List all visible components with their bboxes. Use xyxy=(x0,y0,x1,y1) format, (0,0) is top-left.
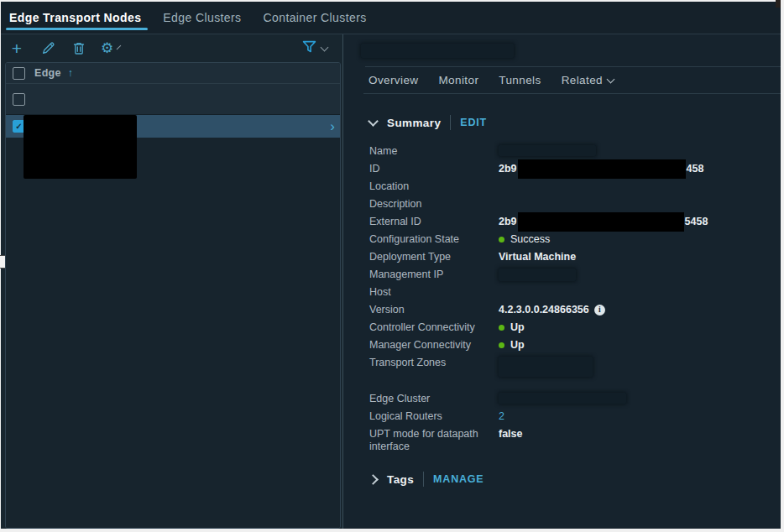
tab-related[interactable]: Related xyxy=(562,74,614,86)
tab-monitor[interactable]: Monitor xyxy=(438,74,478,86)
select-all-checkbox[interactable] xyxy=(13,67,25,80)
edit-button[interactable]: EDIT xyxy=(460,117,487,128)
trash-icon xyxy=(72,41,86,55)
field-label: Deployment Type xyxy=(369,249,499,263)
filter-button[interactable] xyxy=(302,40,327,57)
left-panel: + xyxy=(1,34,343,529)
screenshot-root: Edge Transport Nodes Edge Clusters Conta… xyxy=(0,0,784,532)
plus-icon: + xyxy=(12,40,22,57)
info-icon[interactable]: i xyxy=(594,305,605,316)
field-label: Logical Routers xyxy=(369,409,499,423)
field-label: Version xyxy=(369,302,499,316)
field-row-name: Name xyxy=(369,143,781,161)
separator xyxy=(423,472,424,487)
tab-edge-clusters[interactable]: Edge Clusters xyxy=(161,2,243,34)
column-header-edge[interactable]: Edge xyxy=(34,67,61,79)
field-row-upt-mode: UPT mode for datapath interface false xyxy=(369,426,781,453)
field-row-host: Host xyxy=(369,284,781,302)
field-value: false xyxy=(499,426,523,441)
field-label: Management IP xyxy=(369,267,499,281)
grid-empty-area xyxy=(6,138,340,528)
field-row-logical-routers: Logical Routers 2 xyxy=(369,409,781,426)
redaction-box xyxy=(518,212,684,232)
tab-tunnels[interactable]: Tunnels xyxy=(499,74,541,86)
detail-tabbar: Overview Monitor Tunnels Related xyxy=(343,67,781,93)
grid-header[interactable]: Edge ↑ xyxy=(6,63,340,84)
settings-button[interactable]: ⚙ xyxy=(101,39,119,58)
filter-icon xyxy=(302,40,316,57)
delete-button[interactable] xyxy=(70,39,88,58)
status-dot-green xyxy=(499,342,504,348)
redaction-box xyxy=(24,115,137,179)
add-button[interactable]: + xyxy=(8,39,26,58)
field-label: Name xyxy=(369,143,499,158)
row-checkbox[interactable] xyxy=(13,93,25,106)
tab-related-label: Related xyxy=(562,74,603,86)
gear-icon: ⚙ xyxy=(101,41,113,55)
field-label: Location xyxy=(369,179,499,193)
field-value: Up xyxy=(510,321,525,334)
edit-button[interactable] xyxy=(39,39,57,58)
sort-asc-icon[interactable]: ↑ xyxy=(68,67,73,79)
tab-container-clusters[interactable]: Container Clusters xyxy=(262,2,368,34)
field-row-transport-zones: Transport Zones xyxy=(369,355,781,382)
detail-title-strip xyxy=(343,34,781,66)
summary-fields: Name ID 2b9458 Location xyxy=(369,143,781,453)
row-detail-chevron-icon[interactable]: › xyxy=(330,119,335,133)
top-tabbar: Edge Transport Nodes Edge Clusters Conta… xyxy=(1,2,781,34)
field-label: Description xyxy=(369,196,499,211)
field-label: Manager Connectivity xyxy=(369,337,499,352)
field-label: Configuration State xyxy=(369,232,499,246)
tags-title: Tags xyxy=(387,473,414,486)
main-area: + xyxy=(1,34,781,529)
summary-title: Summary xyxy=(387,117,441,129)
logical-routers-link[interactable]: 2 xyxy=(499,410,504,423)
table-row[interactable] xyxy=(6,84,340,115)
version-value: 4.2.3.0.0.24866356 xyxy=(499,304,589,316)
field-row-description: Description xyxy=(369,196,781,214)
detail-panel: Overview Monitor Tunnels Related Summary… xyxy=(343,34,781,529)
field-label: Edge Cluster xyxy=(369,391,499,405)
field-row-management-ip: Management IP xyxy=(369,267,781,284)
chevron-down-icon xyxy=(117,44,122,50)
redacted-value xyxy=(499,393,626,404)
redacted-value xyxy=(499,269,576,281)
tab-edge-transport-nodes[interactable]: Edge Transport Nodes xyxy=(8,2,143,34)
field-row-edge-cluster: Edge Cluster xyxy=(369,391,781,409)
separator xyxy=(450,115,451,130)
detail-content: Summary EDIT Name ID 2b9458 xyxy=(343,94,781,529)
field-row-external-id: External ID 2b95458 xyxy=(369,214,781,232)
pencil-icon xyxy=(41,41,55,55)
field-label: Controller Connectivity xyxy=(369,320,499,334)
status-dot-green xyxy=(499,325,504,331)
tab-overview[interactable]: Overview xyxy=(368,74,418,86)
grid-toolbar: + xyxy=(1,34,342,62)
status-dot-green xyxy=(499,237,504,243)
corner-artifact xyxy=(776,0,781,8)
field-row-configuration-state: Configuration State Success xyxy=(369,232,781,249)
field-value: Up xyxy=(510,339,525,352)
field-label: Transport Zones xyxy=(369,355,499,369)
field-value: Virtual Machine xyxy=(499,249,576,263)
field-row-location: Location xyxy=(369,179,781,196)
window-edge-artifact xyxy=(0,255,5,269)
field-label: External ID xyxy=(369,214,499,228)
field-label: Host xyxy=(369,284,499,299)
external-id-prefix: 2b9 xyxy=(499,216,517,228)
redacted-value xyxy=(499,357,593,377)
field-value: Success xyxy=(510,233,550,246)
external-id-suffix: 5458 xyxy=(685,216,708,228)
field-row-controller-connectivity: Controller Connectivity Up xyxy=(369,320,781,337)
summary-section-header: Summary EDIT xyxy=(369,115,781,130)
chevron-down-icon[interactable] xyxy=(368,116,379,127)
chevron-right-icon[interactable] xyxy=(368,474,379,485)
chevron-down-icon xyxy=(321,43,329,51)
app-window: Edge Transport Nodes Edge Clusters Conta… xyxy=(1,2,781,529)
field-label: ID xyxy=(369,161,499,175)
field-row-version: Version 4.2.3.0.0.24866356 i xyxy=(369,302,781,320)
manage-tags-button[interactable]: MANAGE xyxy=(433,473,483,485)
redaction-box xyxy=(518,159,686,179)
id-suffix: 458 xyxy=(687,163,704,175)
field-label: UPT mode for datapath interface xyxy=(369,426,499,453)
tags-section-header: Tags MANAGE xyxy=(369,472,781,487)
